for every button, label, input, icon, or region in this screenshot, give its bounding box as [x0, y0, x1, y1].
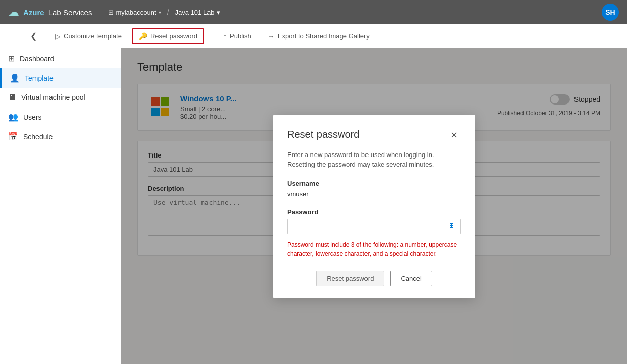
avatar-initials: SH — [605, 8, 615, 16]
customize-template-button[interactable]: ▷ Customize template — [49, 29, 128, 43]
sidebar-item-users[interactable]: 👥 Users — [0, 107, 121, 127]
password-input[interactable] — [287, 219, 461, 234]
username-value: vmuser — [287, 190, 461, 198]
lab-selector[interactable]: Java 101 Lab ▾ — [175, 9, 220, 16]
modal-password-wrap: 👁 — [287, 219, 461, 234]
topnav-slash: / — [167, 8, 169, 16]
export-label: Export to Shared Image Gallery — [278, 32, 370, 40]
sidebar-users-label: Users — [23, 113, 42, 121]
sidebar: ⊞ Dashboard 👤 Template 🖥 Virtual machine… — [0, 48, 121, 364]
password-field: Password 👁 — [287, 208, 461, 234]
cancel-button[interactable]: Cancel — [390, 271, 432, 286]
reset-password-button[interactable]: 🔑 Reset password — [132, 28, 204, 44]
customize-label: Customize template — [64, 32, 122, 40]
main-content: Template Windows 10 P... Small | 2 core.… — [121, 48, 627, 364]
collapse-icon[interactable]: ❮ — [30, 31, 37, 41]
app-layout: ⊞ Dashboard 👤 Template 🖥 Virtual machine… — [0, 48, 627, 364]
export-icon: → — [268, 32, 275, 40]
modal-close-button[interactable]: ✕ — [447, 129, 461, 142]
sidebar-item-dashboard[interactable]: ⊞ Dashboard — [0, 48, 121, 68]
topnav: ☁ Azure Lab Services ⊞ mylabaccount ▾ / … — [0, 0, 627, 24]
vmpool-icon: 🖥 — [8, 93, 16, 102]
reset-password-modal: Reset password ✕ Enter a new password to… — [273, 115, 475, 298]
play-icon: ▷ — [55, 32, 61, 40]
lab-chevron: ▾ — [217, 9, 220, 16]
toolbar-separator — [211, 30, 211, 42]
reset-password-submit-button[interactable]: Reset password — [316, 271, 384, 286]
reset-label: Reset password — [150, 32, 197, 40]
modal-title: Reset password — [287, 129, 359, 140]
publish-icon: ↑ — [223, 32, 227, 40]
user-avatar[interactable]: SH — [602, 4, 619, 21]
sidebar-item-template[interactable]: 👤 Template — [0, 68, 121, 88]
account-icon: ⊞ — [108, 9, 114, 16]
account-selector[interactable]: ⊞ mylabaccount ▾ — [108, 9, 161, 16]
eye-icon[interactable]: 👁 — [448, 222, 456, 231]
logo: ☁ Azure Lab Services — [8, 6, 92, 19]
username-label: Username — [287, 180, 461, 187]
publish-button[interactable]: ↑ Publish — [217, 29, 257, 43]
modal-header: Reset password ✕ — [287, 129, 461, 142]
username-field: Username vmuser — [287, 180, 461, 198]
account-chevron: ▾ — [159, 10, 161, 15]
publish-label: Publish — [230, 32, 251, 40]
schedule-icon: 📅 — [8, 132, 18, 141]
password-hint: Password must include 3 of the following… — [287, 240, 461, 258]
cloud-icon: ☁ — [8, 6, 19, 19]
sidebar-vmpool-label: Virtual machine pool — [21, 93, 85, 101]
sidebar-dashboard-label: Dashboard — [20, 55, 55, 63]
password-label: Password — [287, 208, 461, 216]
template-icon: 👤 — [10, 73, 20, 83]
export-button[interactable]: → Export to Shared Image Gallery — [262, 29, 376, 43]
users-icon: 👥 — [8, 112, 18, 122]
key-icon: 🔑 — [139, 32, 147, 40]
sidebar-schedule-label: Schedule — [23, 133, 53, 141]
sidebar-item-schedule[interactable]: 📅 Schedule — [0, 127, 121, 146]
brand-azure: Azure — [23, 8, 44, 17]
lab-name: Java 101 Lab — [175, 9, 215, 16]
account-name: mylabaccount — [116, 9, 156, 16]
modal-description: Enter a new password to be used when log… — [287, 150, 461, 170]
dashboard-icon: ⊞ — [8, 54, 15, 63]
sidebar-item-vmpool[interactable]: 🖥 Virtual machine pool — [0, 88, 121, 107]
toolbar: ❮ ▷ Customize template 🔑 Reset password … — [0, 24, 627, 48]
brand-rest: Lab Services — [48, 8, 92, 17]
modal-actions: Reset password Cancel — [287, 271, 461, 286]
sidebar-template-label: Template — [25, 74, 54, 82]
